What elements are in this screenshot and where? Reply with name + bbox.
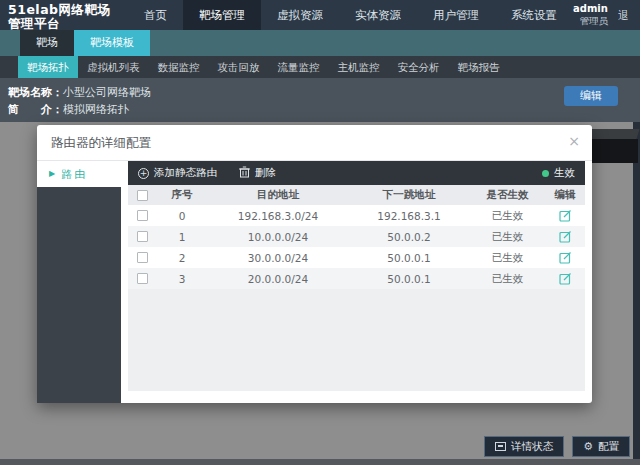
configure-button[interactable]: ⚙ 配置 [572,436,630,457]
edit-row-icon[interactable] [559,209,572,222]
subtab-attack-replay[interactable]: 攻击回放 [209,56,269,78]
top-bar: 51elab网络靶场管理平台 51ELAB NCR Platform (v2.0… [0,0,640,30]
range-desc-value: 模拟网络拓扑 [63,103,129,116]
header-edit: 编辑 [545,188,585,202]
row-dest: 192.168.3.0/24 [208,210,348,222]
main-nav: 首页 靶场管理 虚拟资源 实体资源 用户管理 系统设置 [128,0,573,30]
sidebar-item-route[interactable]: ▶ 路由 [37,161,121,187]
close-icon[interactable]: × [568,134,580,148]
route-table-header: 序号 目的地址 下一跳地址 是否生效 编辑 [128,185,585,205]
row-seq: 2 [156,252,208,264]
row-status: 已生效 [470,272,545,286]
row-seq: 1 [156,231,208,243]
router-config-modal: 路由器的详细配置 × ▶ 路由 + 添加静态路由 删除 生效 [37,125,592,403]
nav-item-system-settings[interactable]: 系统设置 [495,0,573,30]
edit-row-icon[interactable] [559,230,572,243]
gear-icon: ⚙ [583,441,593,452]
nav-item-home[interactable]: 首页 [128,0,183,30]
edit-row-icon[interactable] [559,251,572,264]
nav-item-range-management[interactable]: 靶场管理 [183,0,261,30]
right-dark-strip [633,122,640,465]
delete-route-button[interactable]: 删除 [239,166,276,180]
green-status-dot-icon [542,170,549,177]
range-tab-row: 靶场 靶场模板 [0,30,640,56]
header-dest: 目的地址 [208,188,348,202]
row-next-hop: 50.0.0.2 [348,231,470,243]
route-table-body: 0 192.168.3.0/24 192.168.3.1 已生效 1 10.0.… [128,205,585,289]
user-role: 管理员 [573,15,608,26]
user-info[interactable]: admin 管理员 [573,0,612,30]
range-desc-label: 简 介： [8,103,63,116]
header-next-hop: 下一跳地址 [348,188,470,202]
row-next-hop: 192.168.3.1 [348,210,470,222]
edit-row-icon[interactable] [559,272,572,285]
table-row: 2 30.0.0.0/24 50.0.0.1 已生效 [128,247,585,268]
bottom-strip [0,459,640,465]
logout-button[interactable]: 退出 [612,0,640,30]
subtab-traffic-monitor[interactable]: 流量监控 [269,56,329,78]
nav-item-physical-resources[interactable]: 实体资源 [339,0,417,30]
subtab-row: 靶场拓扑 虚拟机列表 数据监控 攻击回放 流量监控 主机监控 安全分析 靶场报告 [0,56,640,78]
modal-content: + 添加静态路由 删除 生效 序号 目的地址 下一跳地址 是否生效 编辑 [128,161,585,391]
row-checkbox[interactable] [137,231,148,242]
range-info-bar: 靶场名称：小型公司网络靶场 简 介：模拟网络拓扑 编辑 [0,78,640,122]
nav-item-user-management[interactable]: 用户管理 [417,0,495,30]
add-static-route-button[interactable]: + 添加静态路由 [138,166,217,180]
detail-status-label: 详情状态 [511,440,553,454]
user-name: admin [573,3,608,15]
effect-status-indicator: 生效 [542,166,575,180]
tab-range-template[interactable]: 靶场模板 [74,30,150,56]
effect-status-label: 生效 [554,166,575,180]
subtab-range-report[interactable]: 靶场报告 [449,56,509,78]
row-status: 已生效 [470,251,545,265]
row-checkbox[interactable] [137,210,148,221]
row-status: 已生效 [470,230,545,244]
subtab-topology[interactable]: 靶场拓扑 [18,56,78,78]
detail-status-button[interactable]: 详情状态 [484,436,564,457]
trash-icon [239,166,250,180]
edit-range-button[interactable]: 编辑 [564,86,618,106]
row-checkbox[interactable] [137,273,148,284]
range-name-label: 靶场名称： [8,86,63,99]
row-next-hop: 50.0.0.1 [348,273,470,285]
row-dest: 20.0.0.0/24 [208,273,348,285]
row-dest: 10.0.0.0/24 [208,231,348,243]
range-name-value: 小型公司网络靶场 [63,86,151,99]
monitor-icon [495,442,506,451]
brand-logo: 51elab网络靶场管理平台 51ELAB NCR Platform (v2.0… [0,0,128,30]
subtab-data-monitor[interactable]: 数据监控 [149,56,209,78]
add-static-route-label: 添加静态路由 [154,166,217,180]
row-dest: 30.0.0.0/24 [208,252,348,264]
subtab-security-analysis[interactable]: 安全分析 [389,56,449,78]
delete-route-label: 删除 [255,166,276,180]
add-icon: + [138,168,149,179]
range-name-line: 靶场名称：小型公司网络靶场 [8,84,640,101]
table-row: 1 10.0.0.0/24 50.0.0.2 已生效 [128,226,585,247]
modal-sidebar: ▶ 路由 [37,161,121,403]
tab-range[interactable]: 靶场 [20,30,74,56]
route-toolbar: + 添加静态路由 删除 生效 [128,161,585,185]
modal-title: 路由器的详细配置 [37,125,592,161]
table-row: 0 192.168.3.0/24 192.168.3.1 已生效 [128,205,585,226]
header-status: 是否生效 [470,188,545,202]
header-seq: 序号 [156,188,208,202]
subtab-vm-list[interactable]: 虚拟机列表 [78,56,149,78]
table-row: 3 20.0.0.0/24 50.0.0.1 已生效 [128,268,585,289]
sidebar-route-label: 路由 [61,167,87,182]
configure-label: 配置 [598,440,619,454]
range-desc-line: 简 介：模拟网络拓扑 [8,101,640,118]
modal-header: 路由器的详细配置 × [37,125,592,161]
canvas-footer-buttons: 详情状态 ⚙ 配置 [484,436,630,457]
brand-title: 51elab网络靶场管理平台 [8,3,118,31]
play-arrow-icon: ▶ [49,170,55,178]
table-empty-area [128,289,585,391]
row-status: 已生效 [470,209,545,223]
subtab-host-monitor[interactable]: 主机监控 [329,56,389,78]
row-checkbox[interactable] [137,252,148,263]
row-seq: 3 [156,273,208,285]
nav-item-virtual-resources[interactable]: 虚拟资源 [261,0,339,30]
select-all-checkbox[interactable] [137,190,148,201]
row-next-hop: 50.0.0.1 [348,252,470,264]
row-seq: 0 [156,210,208,222]
